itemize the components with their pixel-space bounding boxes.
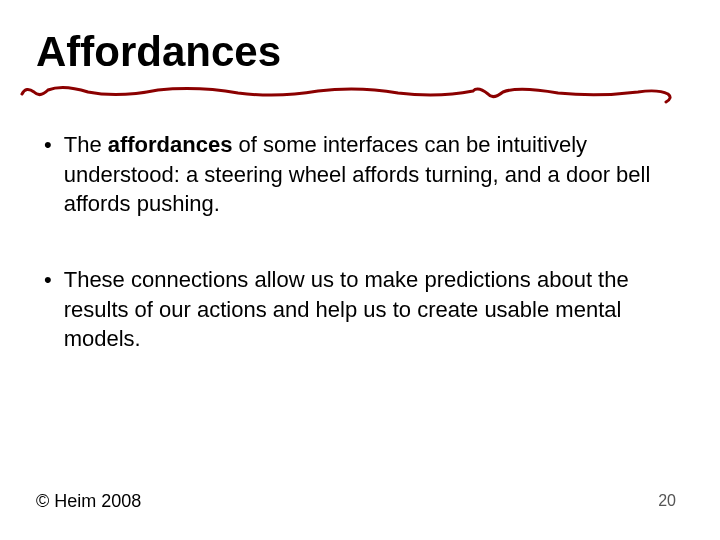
bullet-text-prefix: The: [64, 132, 108, 157]
decorative-underline: [18, 82, 678, 106]
bullet-text-bold: affordances: [108, 132, 233, 157]
bullet-mark-icon: •: [44, 265, 52, 295]
page-number: 20: [658, 492, 676, 510]
bullet-text: These connections allow us to make predi…: [64, 265, 660, 354]
slide-title: Affordances: [36, 28, 281, 76]
bullet-item: • These connections allow us to make pre…: [44, 265, 660, 354]
copyright-text: © Heim 2008: [36, 491, 141, 512]
slide-content: • The affordances of some interfaces can…: [44, 130, 660, 400]
bullet-mark-icon: •: [44, 130, 52, 160]
bullet-item: • The affordances of some interfaces can…: [44, 130, 660, 219]
bullet-text: The affordances of some interfaces can b…: [64, 130, 660, 219]
bullet-text-suffix: These connections allow us to make predi…: [64, 267, 629, 351]
